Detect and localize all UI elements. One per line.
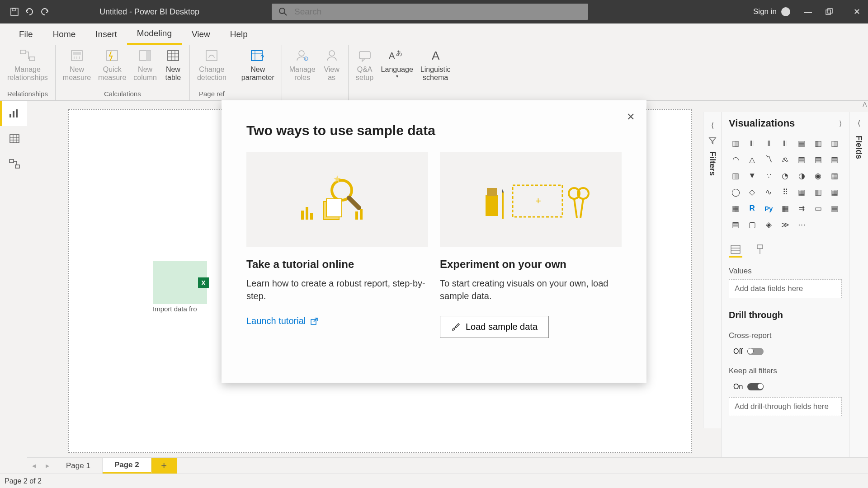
prev-page-button[interactable]: ◂ xyxy=(27,458,41,474)
viz-type-32[interactable]: ⇉ xyxy=(795,202,808,215)
save-icon[interactable] xyxy=(10,7,19,16)
language-button[interactable]: Aあ Language ▾ xyxy=(377,45,417,79)
group-label-whatif xyxy=(238,90,278,99)
viz-type-2[interactable]: ⫼ xyxy=(762,136,775,150)
viz-type-22[interactable]: ◇ xyxy=(745,185,759,199)
svg-rect-16 xyxy=(168,51,179,61)
keep-all-toggle[interactable] xyxy=(747,383,764,390)
roles-icon xyxy=(293,47,311,64)
svg-rect-47 xyxy=(301,211,304,220)
viz-type-28[interactable]: ▦ xyxy=(729,202,742,215)
viz-type-16[interactable]: ∵ xyxy=(762,169,775,183)
viz-type-15[interactable]: ▼ xyxy=(745,169,759,183)
search-icon xyxy=(278,7,288,16)
launch-tutorial-link[interactable]: Launch tutorial xyxy=(246,316,318,326)
new-parameter-button[interactable]: ? New parameter xyxy=(238,45,278,82)
page-tab-2[interactable]: Page 2 xyxy=(103,458,151,474)
viz-type-14[interactable]: ▥ xyxy=(729,169,742,183)
next-page-button[interactable]: ▸ xyxy=(41,458,54,474)
viz-type-30[interactable]: Py xyxy=(762,202,775,215)
viz-type-13[interactable]: ▤ xyxy=(828,153,841,166)
redo-icon[interactable] xyxy=(40,7,50,16)
svg-text:あ: あ xyxy=(396,49,402,56)
svg-rect-29 xyxy=(359,52,370,59)
search-input[interactable] xyxy=(294,7,581,17)
collapse-ribbon-icon[interactable]: ᐱ xyxy=(863,101,867,108)
viz-type-1[interactable]: ⫼ xyxy=(745,136,759,150)
viz-type-19[interactable]: ◉ xyxy=(811,169,825,183)
menu-file[interactable]: File xyxy=(9,23,43,45)
cross-report-state: Off xyxy=(733,347,743,356)
tutorial-desc: Learn how to create a robust report, ste… xyxy=(246,277,428,302)
collapse-viz-icon[interactable]: ⟩ xyxy=(839,119,842,128)
viz-type-36[interactable]: ▢ xyxy=(745,218,759,231)
menu-insert[interactable]: Insert xyxy=(85,23,127,45)
linguistic-schema-button[interactable]: A Linguistic schema xyxy=(417,45,454,82)
viz-type-38[interactable]: ≫ xyxy=(778,218,792,231)
cross-report-toggle[interactable] xyxy=(747,348,764,355)
viz-type-6[interactable]: ▥ xyxy=(828,136,841,150)
format-tab[interactable] xyxy=(753,242,767,258)
signin-button[interactable]: Sign in xyxy=(753,7,790,16)
add-page-button[interactable]: + xyxy=(151,458,177,474)
viz-type-9[interactable]: 〽 xyxy=(762,153,775,166)
data-view-button[interactable] xyxy=(0,126,27,151)
viz-type-4[interactable]: ▤ xyxy=(795,136,808,150)
drillthrough-dropzone[interactable]: Add drill-through fields here xyxy=(729,397,842,416)
svg-point-28 xyxy=(329,51,335,56)
viz-type-20[interactable]: ▦ xyxy=(828,169,841,183)
menu-help[interactable]: Help xyxy=(220,23,258,45)
viz-type-5[interactable]: ▥ xyxy=(811,136,825,150)
viz-type-12[interactable]: ▤ xyxy=(811,153,825,166)
menu-modeling[interactable]: Modeling xyxy=(127,23,182,45)
undo-icon[interactable] xyxy=(24,7,34,16)
viz-type-21[interactable]: ◯ xyxy=(729,185,742,199)
viz-type-39[interactable]: ⋯ xyxy=(795,218,808,231)
import-hint-card[interactable]: X xyxy=(153,261,207,304)
viz-type-8[interactable]: △ xyxy=(745,153,759,166)
viz-type-17[interactable]: ◔ xyxy=(778,169,792,183)
viz-type-24[interactable]: ⠿ xyxy=(778,185,792,199)
viz-type-3[interactable]: ⫼ xyxy=(778,136,792,150)
model-view-button[interactable] xyxy=(0,151,27,177)
page-tab-1[interactable]: Page 1 xyxy=(54,458,103,474)
expand-fields-icon[interactable]: ⟨ xyxy=(858,119,860,127)
svg-rect-53 xyxy=(486,195,498,216)
load-sample-data-button[interactable]: Load sample data xyxy=(440,316,549,338)
viz-type-0[interactable]: ▥ xyxy=(729,136,742,150)
viz-type-37[interactable]: ◈ xyxy=(762,218,775,231)
fields-tab[interactable] xyxy=(729,242,742,258)
viz-type-33[interactable]: ▭ xyxy=(811,202,825,215)
menu-view[interactable]: View xyxy=(182,23,220,45)
viz-type-11[interactable]: ▤ xyxy=(795,153,808,166)
new-table-button[interactable]: New table xyxy=(160,45,186,82)
viz-type-34[interactable]: ▤ xyxy=(828,202,841,215)
menu-home[interactable]: Home xyxy=(43,23,86,45)
viz-type-31[interactable]: ▦ xyxy=(778,202,792,215)
filters-pane[interactable]: ⟨ Filters xyxy=(703,112,721,428)
viz-type-25[interactable]: ▦ xyxy=(795,185,808,199)
svg-rect-21 xyxy=(206,51,217,61)
viz-type-27[interactable]: ▦ xyxy=(828,185,841,199)
values-dropzone[interactable]: Add data fields here xyxy=(729,279,842,298)
minimize-button[interactable]: — xyxy=(801,7,815,17)
viz-type-7[interactable]: ◠ xyxy=(729,153,742,166)
brush-icon xyxy=(451,323,460,332)
viz-type-18[interactable]: ◑ xyxy=(795,169,808,183)
dialog-close-button[interactable]: ✕ xyxy=(627,111,635,123)
fields-pane[interactable]: ⟨ Fields xyxy=(849,112,868,474)
expand-filters-icon[interactable]: ⟨ xyxy=(711,121,714,130)
viz-pane-title: Visualizations xyxy=(729,117,795,129)
svg-rect-34 xyxy=(13,111,14,117)
svg-text:A: A xyxy=(389,51,395,61)
viz-type-10[interactable]: ⩕ xyxy=(778,153,792,166)
maximize-button[interactable] xyxy=(826,8,839,15)
viz-type-29[interactable]: R xyxy=(745,202,759,215)
close-button[interactable]: ✕ xyxy=(850,7,863,17)
viz-type-23[interactable]: ∿ xyxy=(762,185,775,199)
svg-rect-49 xyxy=(310,213,313,220)
report-view-button[interactable] xyxy=(0,101,27,126)
viz-type-26[interactable]: ▥ xyxy=(811,185,825,199)
search-box[interactable] xyxy=(272,4,588,20)
viz-type-35[interactable]: ▤ xyxy=(729,218,742,231)
